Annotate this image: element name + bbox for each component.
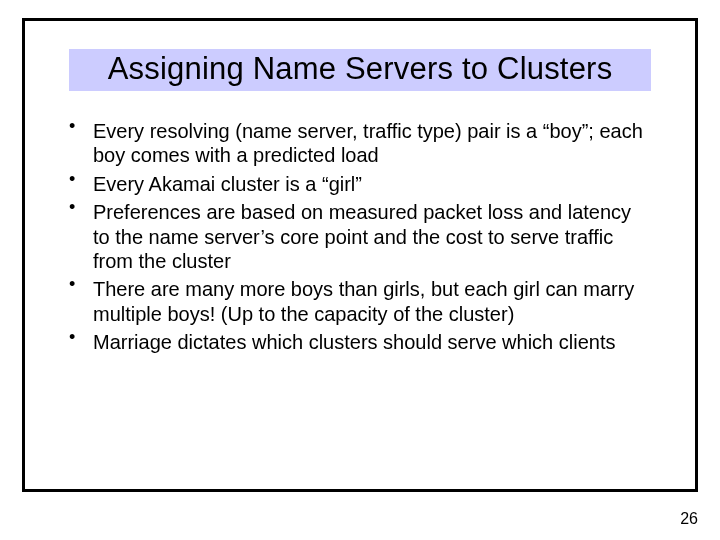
page-number: 26 (680, 510, 698, 528)
bullet-list: Every resolving (name server, traffic ty… (61, 119, 659, 355)
list-item: Marriage dictates which clusters should … (63, 330, 653, 354)
slide-frame: Assigning Name Servers to Clusters Every… (22, 18, 698, 492)
slide-title: Assigning Name Servers to Clusters (79, 51, 641, 87)
list-item: Every resolving (name server, traffic ty… (63, 119, 653, 168)
title-bar: Assigning Name Servers to Clusters (69, 49, 651, 91)
slide: Assigning Name Servers to Clusters Every… (0, 0, 720, 540)
list-item: There are many more boys than girls, but… (63, 277, 653, 326)
list-item: Every Akamai cluster is a “girl” (63, 172, 653, 196)
list-item: Preferences are based on measured packet… (63, 200, 653, 273)
